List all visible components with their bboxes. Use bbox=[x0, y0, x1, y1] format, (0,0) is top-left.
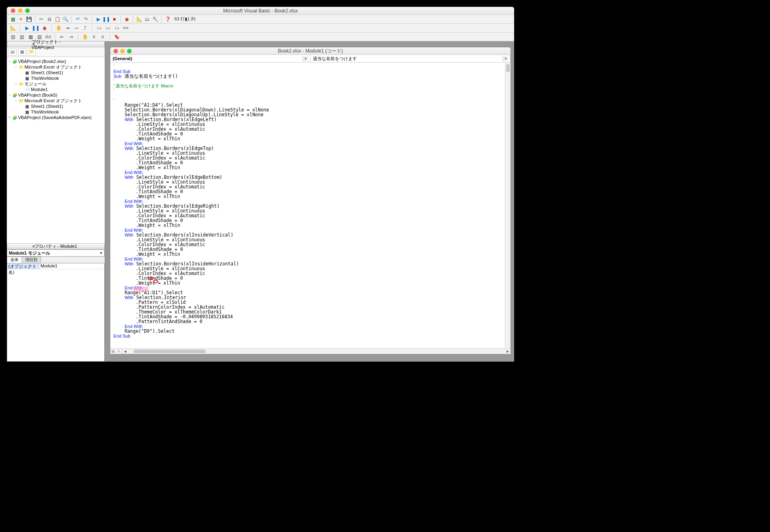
tree-item[interactable]: −🧩VBAProject (Book2.xlsx) bbox=[8, 59, 104, 64]
project-pane-title: プロジェクト - VBAProject ✕ bbox=[7, 41, 105, 47]
run-icon[interactable]: ▶ bbox=[95, 16, 102, 23]
properties-pane-close-icon[interactable]: ✕ bbox=[32, 245, 80, 249]
vbe-window: Microsoft Visual Basic - Book2.xlsx ▦ ✦ … bbox=[7, 7, 514, 362]
code-window-title: Book2.xlsx - Module1 (コード) bbox=[278, 48, 343, 55]
comment-icon[interactable]: ≡ bbox=[90, 33, 97, 40]
step-out-icon[interactable]: ⤴ bbox=[81, 24, 89, 32]
hand-icon[interactable]: ✋ bbox=[55, 24, 62, 32]
list-members-icon[interactable]: ▤ bbox=[9, 33, 16, 40]
watch-icon[interactable]: ▭ bbox=[113, 24, 120, 32]
redo-icon[interactable]: ↷ bbox=[82, 16, 89, 23]
object-dropdown[interactable]: (General) bbox=[110, 55, 310, 62]
breakpoint-icon[interactable]: ◉ bbox=[123, 16, 130, 23]
vertical-scrollbar[interactable] bbox=[505, 63, 511, 348]
scribble-annotation bbox=[148, 277, 160, 284]
titlebar: Microsoft Visual Basic - Book2.xlsx bbox=[7, 7, 514, 15]
scroll-left-icon[interactable]: ◀ bbox=[122, 349, 128, 354]
design-mode-icon[interactable]: 📐 bbox=[136, 16, 143, 23]
code-window: Book2.xlsx - Module1 (コード) (General) 適当な… bbox=[110, 47, 511, 354]
design-icon[interactable]: 📐 bbox=[9, 24, 16, 32]
help-icon[interactable]: ❓ bbox=[164, 16, 171, 23]
step-into-icon[interactable]: ⇥ bbox=[64, 24, 71, 32]
cursor-position: 63 行▮1 列 bbox=[174, 16, 195, 22]
tree-item[interactable]: ▦ThisWorkbook bbox=[8, 109, 104, 115]
code-zoom-button[interactable] bbox=[127, 49, 132, 53]
tree-item[interactable]: ▦Sheet1 (Sheet1) bbox=[8, 103, 104, 109]
properties-pane-title: プロパティ - Module1 ✕ bbox=[7, 243, 105, 249]
code-editor[interactable]: ' End Sub Sub 適当な名前をつけます() ' ' 適当な名前をつけま… bbox=[110, 63, 511, 354]
procedure-dropdown[interactable]: 適当な名前をつけます bbox=[310, 55, 511, 62]
properties-grid[interactable]: (オブジェクト名) Module1 bbox=[7, 263, 105, 362]
find-icon[interactable]: 🔍 bbox=[62, 16, 69, 23]
tab-by-item[interactable]: 項目別 bbox=[22, 257, 41, 263]
copy-icon[interactable]: ⧉ bbox=[46, 16, 53, 23]
pause-icon[interactable]: ❚❚ bbox=[103, 16, 110, 23]
property-row: (オブジェクト名) Module1 bbox=[7, 263, 104, 269]
properties-window-icon[interactable]: 🔧 bbox=[152, 16, 159, 23]
project-pane-close-icon[interactable]: ✕ bbox=[32, 42, 80, 47]
stop-icon[interactable]: ■ bbox=[111, 16, 118, 23]
cut-icon[interactable]: ✂ bbox=[38, 16, 45, 23]
tree-item[interactable]: ▦Sheet1 (Sheet1) bbox=[8, 70, 104, 75]
procedure-view-icon[interactable]: ▤ bbox=[110, 349, 116, 354]
run-icon-2[interactable]: ▶ bbox=[23, 24, 30, 32]
uncomment-icon[interactable]: ≡ bbox=[99, 33, 106, 40]
quickwatch-icon[interactable]: 👓 bbox=[122, 24, 129, 32]
tree-item[interactable]: +🧩VBAProject (SaveAsAdobePDF.xlam) bbox=[8, 115, 104, 120]
locals-icon[interactable]: ▭ bbox=[95, 24, 103, 32]
debug-toolbar: 📐 ▶ ❚❚ ◉ ✋ ⇥ ⤻ ⤴ ▭ ▭ ▭ 👓 bbox=[7, 24, 514, 32]
minimize-button[interactable] bbox=[18, 8, 22, 13]
insert-module-icon[interactable]: ✦ bbox=[17, 16, 24, 23]
view-object-icon[interactable]: ▦ bbox=[18, 49, 26, 56]
view-code-icon[interactable]: ▤ bbox=[8, 49, 16, 56]
bookmark-icon[interactable]: 🔖 bbox=[113, 33, 120, 40]
stop-icon-2[interactable]: ◉ bbox=[41, 24, 48, 32]
project-tree[interactable]: −🧩VBAProject (Book2.xlsx)−📁Microsoft Exc… bbox=[7, 57, 105, 243]
project-explorer-icon[interactable]: 🗂 bbox=[144, 16, 151, 23]
undo-icon[interactable]: ↶ bbox=[74, 16, 81, 23]
main-toolbar: ▦ ✦ 💾 ✂ ⧉ 📋 🔍 ↶ ↷ ▶ ❚❚ ■ ◉ 📐 🗂 🔧 ❓ 63 行▮… bbox=[7, 15, 514, 24]
toggle-breakpoint-icon[interactable]: ✋ bbox=[81, 33, 89, 40]
zoom-button[interactable] bbox=[25, 8, 30, 13]
code-minimize-button[interactable] bbox=[120, 49, 125, 53]
scroll-right-icon[interactable]: ▶ bbox=[505, 349, 511, 354]
step-over-icon[interactable]: ⤻ bbox=[73, 24, 80, 32]
tree-item[interactable]: −🧩VBAProject (Book5) bbox=[8, 92, 104, 98]
tree-item[interactable]: −📁モジュール bbox=[8, 81, 104, 87]
horizontal-scrollbar[interactable]: ▤ ≡ ◀ ▶ bbox=[110, 348, 511, 354]
window-title: Microsoft Visual Basic - Book2.xlsx bbox=[223, 8, 298, 14]
immediate-icon[interactable]: ▭ bbox=[104, 24, 111, 32]
close-button[interactable] bbox=[11, 8, 15, 13]
tab-all[interactable]: 全体 bbox=[7, 257, 22, 263]
list-constants-icon[interactable]: ▥ bbox=[18, 33, 25, 40]
highlight-annotation bbox=[133, 287, 148, 291]
excel-icon[interactable]: ▦ bbox=[9, 16, 16, 23]
tree-item[interactable]: −📁Microsoft Excel オブジェクト bbox=[8, 98, 104, 103]
tree-item[interactable]: 📄Module1 bbox=[8, 87, 104, 92]
tree-item[interactable]: −📁Microsoft Excel オブジェクト bbox=[8, 64, 104, 70]
edit-toolbar: ▤ ▥ ▦ ▧ A≡ ⇤ ⇥ ✋ ≡ ≡ 🔖 bbox=[7, 32, 514, 41]
save-icon[interactable]: 💾 bbox=[25, 16, 32, 23]
paste-icon[interactable]: 📋 bbox=[54, 16, 61, 23]
properties-object-dropdown[interactable]: Module1 モジュール bbox=[7, 249, 105, 257]
full-module-view-icon[interactable]: ≡ bbox=[116, 349, 122, 354]
tree-item[interactable]: ▦ThisWorkbook bbox=[8, 75, 104, 81]
code-close-button[interactable] bbox=[113, 49, 118, 53]
pause-icon-2[interactable]: ❚❚ bbox=[32, 24, 39, 32]
